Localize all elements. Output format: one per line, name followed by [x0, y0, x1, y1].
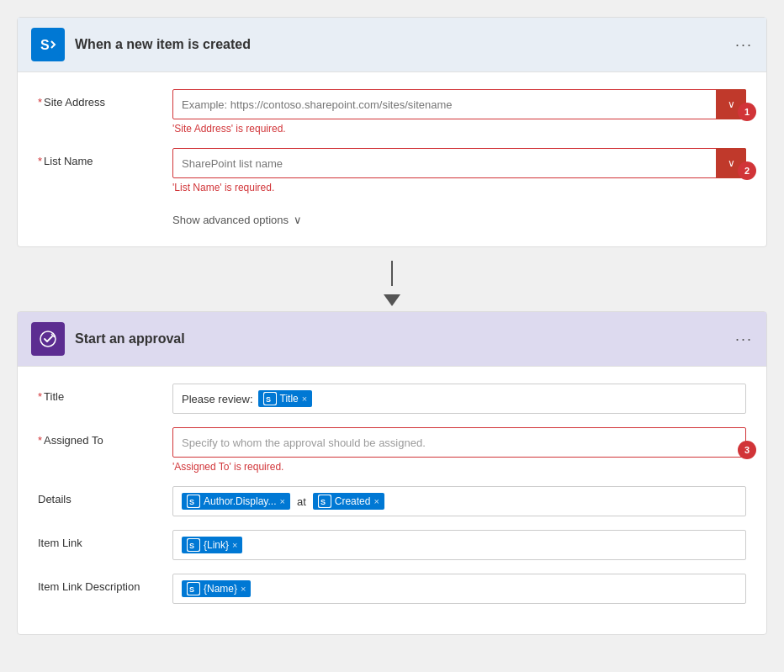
author-tag: S Author.Display... ×: [182, 493, 290, 510]
approval-title: Start an approval: [75, 331, 735, 347]
title-tag-close[interactable]: ×: [302, 394, 307, 404]
link-tag-icon: S: [187, 538, 200, 552]
site-address-input[interactable]: [172, 89, 746, 119]
connector: [17, 247, 767, 311]
sharepoint-icon: S: [31, 28, 65, 61]
chevron-down-icon-2: ∨: [728, 157, 735, 169]
approval-title-field-wrapper: Please review: S Title ×: [172, 384, 746, 414]
svg-rect-2: [36, 327, 60, 351]
list-name-badge: 2: [738, 161, 756, 180]
link-tag: S {Link} ×: [182, 537, 242, 553]
item-link-row: Item Link S {Link} ×: [38, 530, 746, 560]
approval-card: Start an approval ··· *Title Please revi…: [17, 311, 767, 635]
approval-title-row: *Title Please review: S Title ×: [38, 384, 746, 414]
connector-line: [391, 261, 393, 286]
site-address-field-wrapper: ∨ 1 'Site Address' is required.: [172, 89, 746, 135]
approval-title-prefix: Please review:: [182, 393, 253, 405]
title-tag: S Title ×: [258, 390, 313, 407]
created-tag-close[interactable]: ×: [373, 496, 379, 506]
item-link-label: Item Link: [38, 530, 172, 549]
approval-icon: [31, 322, 65, 356]
assigned-to-label: *Assigned To: [38, 427, 172, 447]
trigger-body: *Site Address ∨ 1 'Site Address' is requ…: [18, 72, 766, 246]
created-tag: S Created ×: [313, 493, 384, 510]
assigned-to-input[interactable]: Specify to whom the approval should be a…: [172, 427, 746, 458]
svg-text:S: S: [40, 38, 50, 52]
approval-title-input[interactable]: Please review: S Title ×: [172, 384, 746, 414]
svg-text:S: S: [189, 585, 194, 594]
name-tag-label: {Name}: [204, 583, 237, 595]
list-name-input[interactable]: [172, 148, 746, 178]
svg-text:S: S: [189, 498, 194, 506]
link-tag-label: {Link}: [204, 539, 229, 551]
name-tag: S {Name} ×: [182, 580, 251, 597]
list-name-field-wrapper: ∨ 2 'List Name' is required.: [172, 148, 746, 193]
item-link-description-input[interactable]: S {Name} ×: [172, 574, 746, 604]
trigger-title: When a new item is created: [75, 37, 735, 52]
approval-more-options[interactable]: ···: [735, 331, 753, 348]
author-tag-label: Author.Display...: [204, 495, 276, 507]
approval-title-required: *: [38, 390, 42, 403]
assigned-to-placeholder: Specify to whom the approval should be a…: [182, 437, 426, 449]
details-separator: at: [297, 495, 306, 508]
chevron-down-icon: ∨: [728, 98, 735, 110]
created-tag-icon: S: [318, 495, 331, 508]
name-tag-close[interactable]: ×: [241, 584, 246, 594]
details-row: Details S Author.Display... × at: [38, 486, 746, 516]
advanced-options-label: Show advanced options: [172, 214, 289, 226]
approval-body: *Title Please review: S Title ×: [18, 367, 766, 634]
advanced-options-toggle[interactable]: Show advanced options ∨: [38, 207, 746, 230]
item-link-description-field-wrapper: S {Name} ×: [172, 574, 746, 604]
link-tag-close[interactable]: ×: [232, 540, 237, 550]
site-address-required: *: [38, 96, 42, 108]
item-link-description-label: Item Link Description: [38, 574, 172, 593]
assigned-to-badge: 3: [738, 441, 756, 459]
svg-text:S: S: [189, 542, 194, 550]
author-tag-close[interactable]: ×: [279, 496, 284, 506]
assigned-to-error: 'Assigned To' is required.: [172, 461, 746, 473]
created-tag-label: Created: [335, 495, 371, 507]
list-name-error: 'List Name' is required.: [172, 182, 746, 193]
name-tag-icon: S: [187, 582, 200, 595]
site-address-error: 'Site Address' is required.: [172, 123, 746, 135]
list-name-required: *: [38, 155, 42, 167]
list-name-row: *List Name ∨ 2 'List Name' is required.: [38, 148, 746, 193]
item-link-input[interactable]: S {Link} ×: [172, 530, 746, 560]
site-address-badge: 1: [738, 103, 756, 121]
title-tag-label: Title: [280, 393, 299, 405]
site-address-label: *Site Address: [38, 89, 172, 108]
connector-arrow: [384, 294, 400, 306]
svg-text:S: S: [266, 395, 271, 404]
assigned-to-required: *: [38, 434, 42, 447]
author-tag-icon: S: [187, 495, 200, 508]
item-link-description-row: Item Link Description S {Name} ×: [38, 574, 746, 604]
details-input[interactable]: S Author.Display... × at S: [172, 486, 746, 516]
approval-header: Start an approval ···: [18, 312, 766, 367]
approval-title-label: *Title: [38, 384, 172, 403]
svg-text:S: S: [320, 498, 326, 506]
details-label: Details: [38, 486, 172, 505]
list-name-label: *List Name: [38, 148, 172, 167]
trigger-header: S When a new item is created ···: [18, 18, 766, 72]
title-tag-icon: S: [263, 392, 277, 405]
assigned-to-row: *Assigned To Specify to whom the approva…: [38, 427, 746, 473]
trigger-more-options[interactable]: ···: [735, 36, 753, 54]
details-field-wrapper: S Author.Display... × at S: [172, 486, 746, 516]
item-link-field-wrapper: S {Link} ×: [172, 530, 746, 560]
trigger-card: S When a new item is created ··· *Site A…: [17, 17, 767, 247]
advanced-chevron-icon: ∨: [294, 214, 302, 226]
site-address-row: *Site Address ∨ 1 'Site Address' is requ…: [38, 89, 746, 135]
assigned-to-field-wrapper: Specify to whom the approval should be a…: [172, 427, 746, 473]
